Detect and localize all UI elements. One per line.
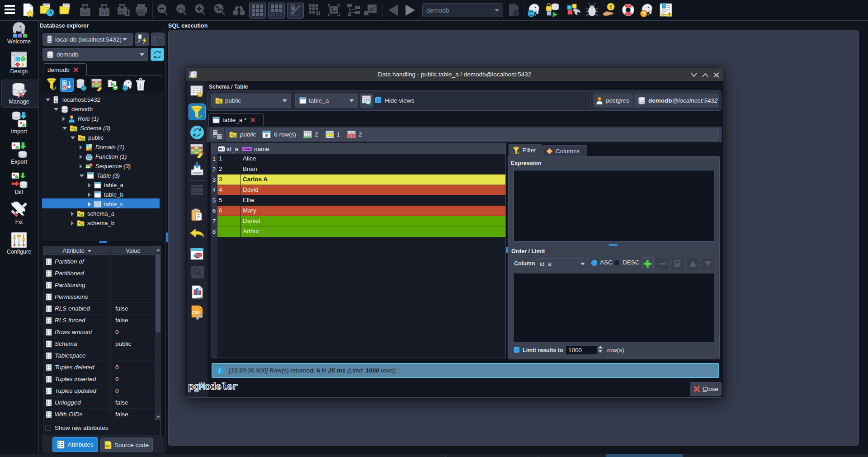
- svg-text:1:1: 1:1: [178, 7, 184, 11]
- svg-text:Z: Z: [63, 85, 66, 90]
- svg-text:$: $: [609, 4, 612, 9]
- svg-text:CSV: CSV: [192, 310, 200, 315]
- svg-text:?: ?: [642, 11, 645, 17]
- svg-text:SQL: SQL: [105, 445, 111, 448]
- svg-text:A: A: [63, 80, 66, 85]
